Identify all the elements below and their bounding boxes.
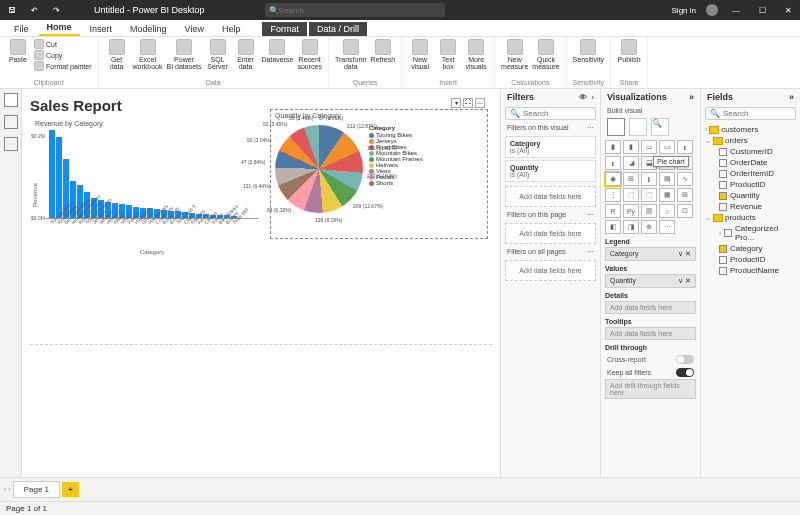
viz-type-icon[interactable]: ▭ <box>659 140 675 154</box>
viz-type-icon[interactable]: ▥ <box>641 204 657 218</box>
collapse-icon[interactable]: » <box>689 92 694 102</box>
filter-card[interactable]: Quantityis (All) <box>505 160 596 182</box>
fields-field[interactable]: Quantity <box>705 190 796 201</box>
ribbon-item[interactable]: Quickmeasure <box>532 39 559 70</box>
viz-type-icon[interactable]: ⬚ <box>641 188 657 202</box>
viz-type-icon[interactable]: ◧ <box>605 220 621 234</box>
focus-icon[interactable]: ⛶ <box>463 98 473 108</box>
ribbon-item[interactable]: Excelworkbook <box>133 39 163 70</box>
field-checkbox[interactable] <box>719 159 727 167</box>
fields-field[interactable]: OrderDate <box>705 157 796 168</box>
field-checkbox[interactable] <box>724 229 732 237</box>
field-checkbox[interactable] <box>719 170 727 178</box>
report-canvas[interactable]: Sales Report Revenue by Category Revenue… <box>22 89 500 477</box>
bar-chart-visual[interactable]: Revenue by Category Revenue $0.2M $0.0M … <box>30 117 260 262</box>
viz-type-icon[interactable]: ▮ <box>605 140 621 154</box>
ribbon-item[interactable]: Publish <box>617 39 641 63</box>
ribbon-tab-home[interactable]: Home <box>39 20 80 36</box>
build-visual-tab-icon[interactable] <box>607 118 625 136</box>
fields-field[interactable]: ProductID <box>705 179 796 190</box>
filter-drop-page[interactable]: Add data fields here <box>505 223 596 244</box>
more-icon[interactable]: ⋯ <box>475 98 485 108</box>
field-checkbox[interactable] <box>719 256 727 264</box>
viz-type-icon[interactable]: ⫿ <box>641 172 657 186</box>
viz-type-icon[interactable]: ⊡ <box>677 204 693 218</box>
signin-link[interactable]: Sign in <box>672 6 696 15</box>
ribbon-item[interactable]: Refresh <box>371 39 396 63</box>
fields-search[interactable]: 🔍 <box>705 107 796 120</box>
viz-type-icon[interactable]: ⫾ <box>677 140 693 154</box>
close-button[interactable]: ✕ <box>780 6 796 15</box>
cut-button[interactable]: Cut <box>34 39 92 49</box>
viz-type-icon[interactable]: ⌂ <box>659 204 675 218</box>
fields-field[interactable]: ProductName <box>705 265 796 276</box>
ribbon-item[interactable]: Getdata <box>105 39 129 70</box>
page-next-icon[interactable]: › <box>8 486 10 493</box>
field-checkbox[interactable] <box>719 245 727 253</box>
viz-type-icon[interactable]: R <box>605 204 621 218</box>
ribbon-item[interactable]: Enterdata <box>234 39 258 70</box>
collapse-icon[interactable]: » <box>789 92 794 102</box>
fields-field[interactable]: Category <box>705 243 796 254</box>
viz-type-icon[interactable]: ⫾ <box>605 156 621 170</box>
viz-type-icon[interactable]: ◢ <box>623 156 639 170</box>
bar[interactable] <box>49 130 55 218</box>
viz-type-icon[interactable]: ⊞ <box>623 172 639 186</box>
filter-drop-all[interactable]: Add data fields here <box>505 260 596 281</box>
values-field[interactable]: Quantity∨ ✕ <box>605 274 696 288</box>
ribbon-tab-modeling[interactable]: Modeling <box>122 22 175 36</box>
format-painter-button[interactable]: Format painter <box>34 61 92 71</box>
field-checkbox[interactable] <box>719 267 727 275</box>
fields-field[interactable]: ProductID <box>705 254 796 265</box>
field-checkbox[interactable] <box>719 181 727 189</box>
more-icon[interactable]: ⋯ <box>587 124 594 132</box>
viz-type-icon[interactable]: Py <box>623 204 639 218</box>
avatar-icon[interactable] <box>706 4 718 16</box>
viz-type-icon[interactable]: ◨ <box>623 220 639 234</box>
ribbon-tab-ctx[interactable]: Format <box>262 22 307 36</box>
titlebar-search[interactable]: 🔍 <box>265 3 445 17</box>
bar[interactable] <box>56 137 62 218</box>
field-menu-icon[interactable]: ∨ ✕ <box>678 277 691 285</box>
field-menu-icon[interactable]: ∨ ✕ <box>678 250 691 258</box>
page-prev-icon[interactable]: ‹ <box>4 486 6 493</box>
save-icon[interactable]: 🖫 <box>4 6 20 15</box>
fields-table[interactable]: ⌄orders <box>705 135 796 146</box>
viz-type-icon[interactable]: ▦ <box>659 188 675 202</box>
viz-type-icon[interactable]: ▤ <box>659 172 675 186</box>
titlebar-search-input[interactable] <box>279 6 441 15</box>
tooltips-drop[interactable]: Add data fields here <box>605 327 696 340</box>
drill-drop[interactable]: Add drill-through fields here <box>605 379 696 399</box>
more-icon[interactable]: ⋯ <box>587 248 594 256</box>
paste-button[interactable]: Paste <box>6 39 30 63</box>
viz-type-icon[interactable]: ◉ <box>605 172 621 186</box>
viz-type-icon[interactable]: ∿ <box>677 172 693 186</box>
view-icon[interactable]: 👁 <box>579 93 587 102</box>
pie-chart-visual[interactable]: ▾ ⛶ ⋯ Quantity by Category 212 (12.87%)1… <box>270 109 488 239</box>
data-view-icon[interactable] <box>4 115 18 129</box>
filters-search[interactable]: 🔍 <box>505 107 596 120</box>
minimize-button[interactable]: — <box>728 6 744 15</box>
ribbon-item[interactable]: Newmeasure <box>501 39 528 70</box>
ribbon-item[interactable]: SQLServer <box>206 39 230 70</box>
page-tab[interactable]: Page 1 <box>13 481 60 498</box>
fields-field[interactable]: OrderItemID <box>705 168 796 179</box>
ribbon-tab-insert[interactable]: Insert <box>82 22 121 36</box>
format-visual-tab-icon[interactable] <box>629 118 647 136</box>
viz-type-icon[interactable]: ⊞ <box>677 188 693 202</box>
report-view-icon[interactable] <box>4 93 18 107</box>
viz-type-icon[interactable]: ⋮ <box>605 188 621 202</box>
viz-type-icon[interactable]: ⋯ <box>659 220 675 234</box>
ribbon-item[interactable]: Transformdata <box>335 39 367 70</box>
fields-field[interactable]: ›Categorized Pro... <box>705 223 796 243</box>
field-checkbox[interactable] <box>719 192 727 200</box>
ribbon-item[interactable]: PowerBI datasets <box>167 39 202 70</box>
fields-field[interactable]: CustomerID <box>705 146 796 157</box>
fields-table[interactable]: ›customers <box>705 124 796 135</box>
filter-card[interactable]: Categoryis (All) <box>505 136 596 158</box>
redo-icon[interactable]: ↷ <box>48 6 64 15</box>
collapse-icon[interactable]: › <box>591 93 594 102</box>
viz-type-icon[interactable]: ⊕ <box>641 220 657 234</box>
legend-field[interactable]: Category∨ ✕ <box>605 247 696 261</box>
fields-field[interactable]: Revenue <box>705 201 796 212</box>
